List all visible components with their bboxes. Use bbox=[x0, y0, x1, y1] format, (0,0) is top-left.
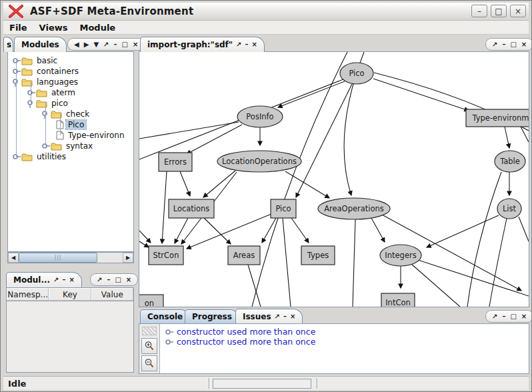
tab-progress-label: Progress bbox=[192, 312, 232, 321]
minimize-icon[interactable]: – bbox=[63, 277, 66, 283]
tree-item-languages[interactable]: languages bbox=[12, 77, 80, 87]
menu-file[interactable]: File bbox=[3, 22, 33, 33]
folder-icon bbox=[21, 153, 33, 161]
close-icon[interactable]: × bbox=[133, 41, 138, 48]
minimize-icon[interactable]: – bbox=[283, 313, 287, 320]
detach-icon[interactable]: ↗ bbox=[492, 313, 497, 320]
tree-item-aterm[interactable]: aterm bbox=[27, 87, 77, 98]
scroll-left-icon[interactable]: ◀ bbox=[8, 253, 19, 263]
window-minimize-button[interactable]: – bbox=[471, 5, 487, 17]
detach-icon[interactable]: ↗ bbox=[97, 277, 102, 283]
expand-handle-icon[interactable] bbox=[12, 56, 21, 65]
edge-tab-fragment[interactable]: s bbox=[3, 37, 13, 52]
maximize-icon[interactable]: □ bbox=[115, 277, 121, 283]
detach-icon[interactable]: ↗ bbox=[236, 41, 241, 48]
zoom-in-button[interactable] bbox=[141, 338, 157, 354]
tree-item-type-environn[interactable]: Type-environn bbox=[56, 130, 127, 141]
minimize-icon[interactable]: – bbox=[502, 41, 505, 48]
expand-handle-icon[interactable] bbox=[165, 328, 174, 336]
expand-handle-icon[interactable] bbox=[27, 88, 36, 97]
detach-icon[interactable]: ↗ bbox=[53, 277, 59, 283]
tab-progress[interactable]: Progress bbox=[185, 309, 239, 323]
menu-views[interactable]: Views bbox=[33, 22, 74, 33]
folder-icon bbox=[21, 67, 33, 76]
graph-edge bbox=[371, 218, 385, 242]
graph-node-label: List bbox=[503, 204, 517, 213]
issues-panel: constructor used more than onceconstruct… bbox=[139, 323, 529, 374]
drag-grip[interactable] bbox=[142, 327, 157, 335]
graph-edge bbox=[427, 215, 499, 247]
maximize-icon[interactable]: □ bbox=[510, 313, 516, 320]
graph-edge bbox=[418, 260, 529, 296]
tree-item-basic[interactable]: basic bbox=[12, 55, 59, 66]
graph-node-label: Type-environm bbox=[472, 113, 529, 123]
graph-edge bbox=[278, 81, 345, 107]
column-header-namespace[interactable]: Namesp... bbox=[7, 288, 49, 301]
tree-item-label: syntax bbox=[64, 141, 95, 151]
close-icon[interactable]: × bbox=[126, 277, 131, 283]
back-icon[interactable]: ◀ bbox=[74, 41, 79, 48]
graph-edge bbox=[373, 79, 469, 111]
tab-console-label: Console bbox=[147, 312, 183, 321]
collapse-handle-icon[interactable] bbox=[41, 109, 51, 119]
scroll-right-icon[interactable]: ▶ bbox=[123, 253, 133, 263]
tab-issues[interactable]: Issues ↗ – × bbox=[235, 309, 303, 323]
tree-item-pico[interactable]: pico bbox=[27, 98, 70, 109]
forward-icon[interactable]: ▶ bbox=[84, 41, 89, 48]
tab-console[interactable]: Console bbox=[140, 309, 190, 323]
tab-modules[interactable]: Modules bbox=[14, 37, 67, 52]
collapse-handle-icon[interactable] bbox=[12, 77, 21, 87]
issue-item[interactable]: constructor used more than once bbox=[165, 337, 529, 347]
tab-module-details[interactable]: Modul... ↗ – × bbox=[6, 272, 82, 287]
tree-horizontal-scrollbar[interactable]: ◀ ||| ▶ bbox=[7, 252, 134, 263]
close-icon[interactable]: × bbox=[521, 41, 527, 48]
maximize-icon[interactable]: □ bbox=[122, 41, 128, 48]
graph-edge bbox=[139, 231, 151, 243]
tree-item-check[interactable]: check bbox=[41, 109, 91, 119]
graph-edge bbox=[187, 214, 271, 249]
column-header-key[interactable]: Key bbox=[49, 288, 91, 301]
minimize-icon[interactable]: – bbox=[245, 41, 248, 48]
scrollbar-thumb[interactable]: ||| bbox=[19, 253, 97, 263]
minimize-icon[interactable]: – bbox=[114, 41, 117, 48]
expand-handle-icon[interactable] bbox=[41, 141, 51, 151]
minimize-icon[interactable]: – bbox=[107, 277, 110, 283]
close-icon[interactable]: × bbox=[290, 313, 295, 320]
minimize-icon[interactable]: – bbox=[502, 313, 505, 320]
graph-node-label: IntCon bbox=[385, 298, 411, 307]
close-icon[interactable]: × bbox=[251, 41, 257, 48]
import-graph-canvas[interactable]: PicoPosInfoType-environmErrorsLocationOp… bbox=[139, 51, 529, 307]
collapse-handle-icon[interactable] bbox=[27, 99, 36, 108]
tree-item-syntax[interactable]: syntax bbox=[41, 141, 95, 151]
expand-handle-icon[interactable] bbox=[12, 67, 21, 76]
tree-item-utilities[interactable]: utilities bbox=[12, 151, 68, 162]
maximize-icon[interactable]: □ bbox=[510, 41, 516, 48]
tree-guide-line bbox=[16, 61, 17, 157]
graph-node-label: Locations bbox=[173, 204, 210, 213]
tree-item-containers[interactable]: containers bbox=[12, 66, 81, 77]
scrollbar-track[interactable] bbox=[97, 253, 123, 263]
window-maximize-button[interactable]: □ bbox=[491, 5, 507, 17]
detach-icon[interactable]: ↗ bbox=[103, 41, 109, 48]
column-header-value[interactable]: Value bbox=[91, 288, 133, 301]
tab-module-details-label: Modul... bbox=[13, 275, 50, 285]
detach-icon[interactable]: ↗ bbox=[492, 41, 497, 48]
import-graph-svg: PicoPosInfoType-environmErrorsLocationOp… bbox=[139, 52, 529, 307]
expand-handle-icon[interactable] bbox=[165, 338, 174, 346]
app-logo-x-icon bbox=[7, 5, 25, 18]
close-icon[interactable]: × bbox=[521, 313, 527, 320]
window-close-button[interactable]: × bbox=[510, 5, 526, 17]
close-icon[interactable]: × bbox=[69, 277, 75, 283]
menu-module[interactable]: Module bbox=[73, 22, 121, 33]
tab-import-graph[interactable]: import-graph:"sdf" ↗ – × bbox=[140, 37, 265, 52]
issues-list[interactable]: constructor used more than onceconstruct… bbox=[160, 324, 529, 373]
minimize-icon: – bbox=[477, 7, 481, 15]
detach-icon[interactable]: ↗ bbox=[275, 313, 280, 320]
tree-item-label: aterm bbox=[49, 88, 77, 97]
folder-icon bbox=[51, 142, 62, 151]
graph-edge bbox=[411, 264, 460, 307]
zoom-out-button[interactable] bbox=[141, 355, 157, 371]
expand-handle-icon[interactable] bbox=[12, 152, 21, 161]
dock-down-icon[interactable]: ▼ bbox=[93, 41, 99, 48]
issue-item[interactable]: constructor used more than once bbox=[165, 327, 529, 337]
